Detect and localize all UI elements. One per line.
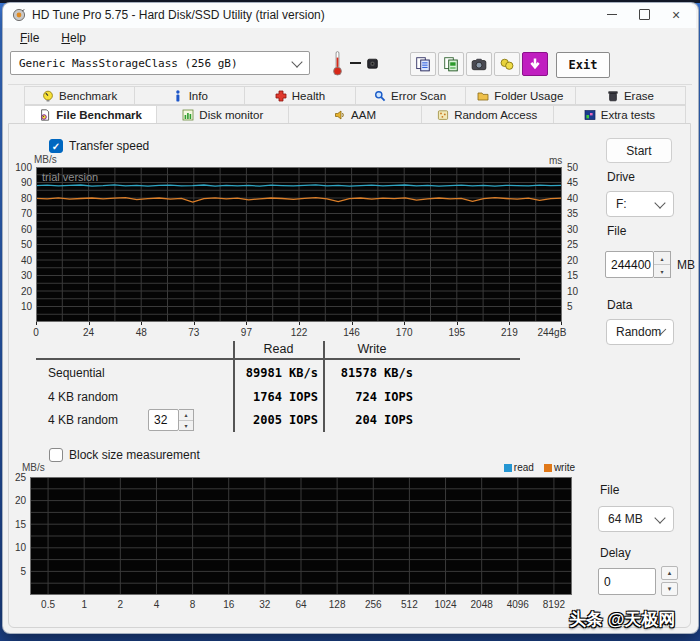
drive-select-value: F: xyxy=(616,197,627,211)
menu-item-help[interactable]: Help xyxy=(52,30,95,46)
drive-select[interactable]: F: xyxy=(606,191,674,217)
y-axis-tick: 15 xyxy=(2,519,26,530)
data-pattern-label: Data xyxy=(607,298,632,312)
queue-depth-input[interactable]: 32 xyxy=(148,409,179,431)
y-axis-tick: 90 xyxy=(8,177,32,188)
copy-text-button[interactable] xyxy=(410,52,436,76)
x-axis-tick: 219 xyxy=(501,327,518,338)
save-results-button[interactable] xyxy=(494,52,520,76)
tab-label: Disk monitor xyxy=(199,109,263,121)
exit-button[interactable]: Exit xyxy=(556,52,610,78)
tab-error-scan[interactable]: Error Scan xyxy=(356,86,466,105)
minimize-icon xyxy=(607,14,617,15)
legend-item-read: read xyxy=(504,462,534,473)
tab-label: Info xyxy=(189,90,208,102)
results-read-value: 1764 IOPS xyxy=(233,390,318,404)
tab-label: Benchmark xyxy=(59,90,117,102)
screenshot-button[interactable] xyxy=(466,52,492,76)
menu-item-file[interactable]: File xyxy=(11,30,48,46)
y-axis-tick: 30 xyxy=(8,270,32,281)
tab-erase[interactable]: Erase xyxy=(576,86,686,105)
tab-row-1: BenchmarkInfoHealthError ScanFolder Usag… xyxy=(24,86,686,105)
file-size-unit: MB xyxy=(677,258,695,272)
maximize-button[interactable] xyxy=(630,5,658,24)
chevron-down-icon xyxy=(654,512,665,523)
results-write-value: 724 IOPS xyxy=(327,390,413,404)
y-axis-tick: 10 xyxy=(567,286,589,297)
results-write-value: 81578 KB/s xyxy=(327,366,413,380)
chart1-x-axis: 024487397122146170195219244gB xyxy=(36,327,562,339)
file-size-input[interactable]: 244400 xyxy=(605,251,654,278)
block-size-chart xyxy=(30,477,572,595)
delay-label: Delay xyxy=(600,546,631,560)
file-size-label: File xyxy=(607,224,626,238)
download-button[interactable] xyxy=(522,52,548,76)
filegauge-icon xyxy=(39,109,51,121)
tab-info[interactable]: Info xyxy=(135,86,245,105)
start-button[interactable]: Start xyxy=(606,138,672,163)
x-axis-tick: 2 xyxy=(118,599,124,610)
delay-down-button[interactable]: ▾ xyxy=(661,582,678,596)
tick-mark xyxy=(561,322,562,325)
chart1-right-axis: 5045403530252015105 xyxy=(567,167,589,322)
block-size-checkbox[interactable] xyxy=(49,448,63,462)
folder-icon xyxy=(477,90,489,102)
delay-up-button[interactable]: ▴ xyxy=(661,566,678,580)
spin-up-icon[interactable]: ▴ xyxy=(654,252,670,265)
y-axis-tick: 40 xyxy=(567,193,589,204)
transfer-speed-checkbox[interactable]: ✓ xyxy=(49,139,63,153)
transfer-speed-chart: trial version xyxy=(36,167,562,322)
chart1-yright-unit: ms xyxy=(549,155,562,166)
spin-up-icon[interactable]: ▴ xyxy=(179,410,193,421)
tab-file-benchmark[interactable]: File Benchmark xyxy=(24,105,157,124)
x-axis-tick: 0 xyxy=(33,327,39,338)
minimize-button[interactable] xyxy=(598,5,626,24)
tab-benchmark[interactable]: Benchmark xyxy=(24,86,135,105)
tick-mark xyxy=(246,322,247,325)
watermark: 头条 @天极网 xyxy=(569,608,699,631)
tick-mark xyxy=(141,322,142,325)
data-pattern-select[interactable]: Random xyxy=(606,319,674,345)
tab-health[interactable]: Health xyxy=(245,86,355,105)
y-axis-tick: 20 xyxy=(8,286,32,297)
x-axis-tick: 97 xyxy=(241,327,252,338)
y-axis-tick: 70 xyxy=(8,208,32,219)
tab-disk-monitor[interactable]: Disk monitor xyxy=(157,105,289,124)
tick-mark xyxy=(352,322,353,325)
tab-folder-usage[interactable]: Folder Usage xyxy=(466,86,576,105)
data-pattern-value: Random xyxy=(616,325,661,339)
delay-input[interactable]: 0 xyxy=(598,568,656,595)
x-axis-tick: 512 xyxy=(401,599,418,610)
chevron-down-icon xyxy=(654,197,665,208)
x-axis-tick: 146 xyxy=(343,327,360,338)
x-axis-tick: 8 xyxy=(190,599,196,610)
y-axis-tick: 35 xyxy=(567,208,589,219)
y-axis-tick: 15 xyxy=(567,270,589,281)
thermometer-icon xyxy=(331,50,344,76)
tick-mark xyxy=(36,322,37,325)
copy-image-button[interactable] xyxy=(438,52,464,76)
x-axis-tick: 170 xyxy=(396,327,413,338)
close-button[interactable]: × xyxy=(662,5,690,24)
y-axis-tick: 30 xyxy=(567,224,589,235)
trash-icon xyxy=(607,90,619,102)
queue-depth-stepper[interactable]: ▴▾ xyxy=(179,409,194,431)
x-axis-tick: 48 xyxy=(136,327,147,338)
chart2-x-axis: 0.512481632641282565121024204840968192 xyxy=(30,599,572,611)
file2-select[interactable]: 64 MB xyxy=(598,506,674,532)
file-size-stepper[interactable]: ▴▾ xyxy=(654,251,671,278)
tab-random-access[interactable]: Random Access xyxy=(422,105,554,124)
x-axis-tick: 73 xyxy=(188,327,199,338)
tab-aam[interactable]: AAM xyxy=(289,105,421,124)
spin-down-icon[interactable]: ▾ xyxy=(654,265,670,277)
x-axis-tick: 32 xyxy=(259,599,270,610)
chart2-left-axis: 252015105 xyxy=(2,477,26,595)
transfer-speed-label: Transfer speed xyxy=(69,139,149,153)
results-write-value: 204 IOPS xyxy=(327,413,413,427)
app-icon xyxy=(12,8,26,22)
tab-extra-tests[interactable]: Extra tests xyxy=(554,105,686,124)
y-axis-tick: 5 xyxy=(567,301,589,312)
spin-down-icon[interactable]: ▾ xyxy=(179,421,193,431)
device-select[interactable]: Generic MassStorageClass (256 gB) xyxy=(10,51,310,75)
x-axis-tick: 256 xyxy=(365,599,382,610)
